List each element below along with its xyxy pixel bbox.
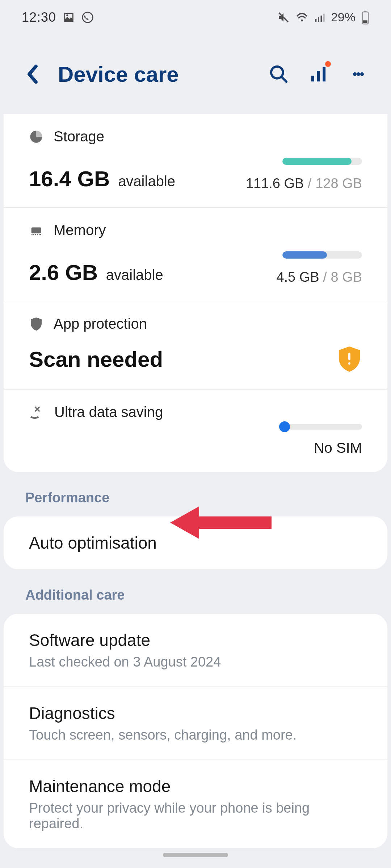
- storage-label: Storage: [54, 128, 104, 145]
- diagnostics-title: Diagnostics: [29, 703, 362, 723]
- section-additional-header: Additional care: [0, 569, 391, 614]
- app-protection-row[interactable]: App protection Scan needed: [4, 301, 387, 390]
- memory-row[interactable]: Memory 2.6 GB available 4.5 GB / 8 GB: [4, 208, 387, 301]
- svg-line-12: [281, 77, 286, 82]
- status-battery-pct: 29%: [331, 10, 356, 24]
- storage-usage: 111.6 GB / 128 GB: [246, 176, 362, 191]
- storage-progress: [282, 158, 362, 165]
- usage-graph-button[interactable]: [308, 63, 329, 85]
- svg-rect-9: [364, 10, 367, 12]
- picture-icon: [63, 11, 75, 24]
- svg-rect-14: [317, 71, 320, 81]
- statusbar: 12:30 29%: [0, 0, 391, 34]
- storage-row[interactable]: Storage 16.4 GB available 111.6 GB / 128…: [4, 114, 387, 208]
- battery-icon: [361, 10, 369, 25]
- memory-icon: [29, 223, 43, 238]
- svg-rect-18: [348, 362, 350, 365]
- svg-rect-6: [320, 16, 322, 22]
- software-update-row[interactable]: Software update Last checked on 3 August…: [4, 614, 387, 687]
- svg-rect-10: [363, 20, 367, 23]
- svg-rect-15: [323, 67, 325, 82]
- data-saving-icon: [29, 405, 44, 420]
- mute-icon: [277, 11, 290, 24]
- signal-icon: [314, 11, 325, 24]
- svg-point-0: [66, 14, 68, 16]
- maintenance-mode-row[interactable]: Maintenance mode Protect your privacy wh…: [4, 760, 387, 848]
- warning-shield-icon: [337, 345, 362, 373]
- software-update-title: Software update: [29, 630, 362, 650]
- device-status-card: Storage 16.4 GB available 111.6 GB / 128…: [4, 114, 387, 472]
- svg-rect-7: [323, 14, 325, 22]
- more-menu-button[interactable]: [348, 63, 369, 85]
- appbar: Device care: [0, 34, 391, 114]
- page-title: Device care: [58, 62, 253, 87]
- app-protection-label: App protection: [54, 316, 147, 332]
- auto-optimisation-label: Auto optimisation: [29, 533, 362, 553]
- additional-care-card: Software update Last checked on 3 August…: [4, 614, 387, 848]
- search-button[interactable]: [268, 63, 290, 85]
- maintenance-title: Maintenance mode: [29, 776, 362, 796]
- uds-status: No SIM: [314, 440, 362, 456]
- svg-point-3: [301, 19, 303, 21]
- ultra-data-saving-label: Ultra data saving: [54, 404, 163, 420]
- section-performance-header: Performance: [0, 472, 391, 516]
- memory-available: 2.6 GB available: [29, 260, 163, 285]
- diagnostics-row[interactable]: Diagnostics Touch screen, sensors, charg…: [4, 687, 387, 760]
- diagnostics-sub: Touch screen, sensors, charging, and mor…: [29, 727, 362, 743]
- search-icon: [269, 64, 289, 84]
- status-time: 12:30: [22, 10, 56, 25]
- svg-rect-13: [311, 76, 314, 82]
- ultra-data-saving-row[interactable]: Ultra data saving No SIM: [4, 390, 387, 472]
- software-update-sub: Last checked on 3 August 2024: [29, 654, 362, 670]
- storage-available: 16.4 GB available: [29, 166, 175, 191]
- app-protection-status: Scan needed: [29, 347, 163, 372]
- svg-rect-17: [348, 353, 350, 360]
- memory-progress: [282, 251, 362, 259]
- wifi-icon: [295, 11, 308, 24]
- svg-point-1: [83, 12, 93, 22]
- maintenance-sub: Protect your privacy while your phone is…: [29, 800, 362, 831]
- gesture-nav-handle[interactable]: [163, 853, 228, 857]
- whatsapp-icon: [81, 11, 94, 24]
- svg-rect-5: [318, 17, 319, 22]
- shield-icon: [29, 316, 43, 332]
- svg-rect-16: [31, 227, 41, 233]
- uds-slider: [282, 424, 362, 430]
- storage-icon: [29, 129, 43, 144]
- back-button[interactable]: [22, 63, 43, 85]
- auto-optimisation-row[interactable]: Auto optimisation: [4, 516, 387, 569]
- bar-chart-icon: [309, 64, 328, 84]
- memory-usage: 4.5 GB / 8 GB: [276, 269, 362, 285]
- performance-card: Auto optimisation: [4, 516, 387, 569]
- svg-rect-4: [315, 19, 316, 22]
- notification-dot: [325, 61, 331, 67]
- memory-label: Memory: [54, 222, 106, 238]
